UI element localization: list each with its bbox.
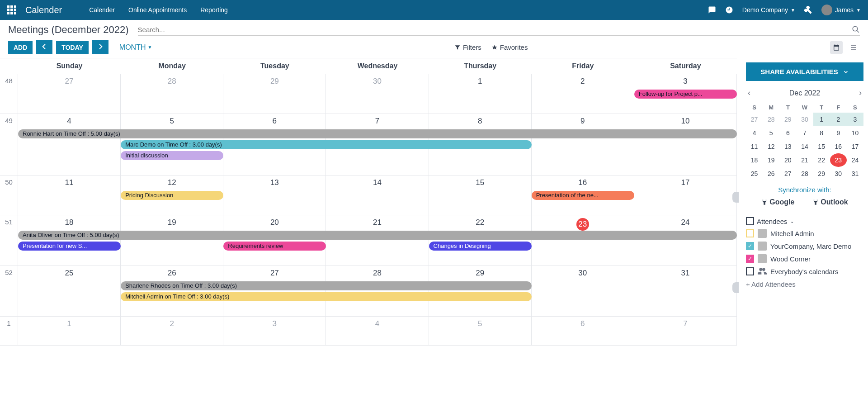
day-cell[interactable]: 9 [532, 114, 634, 175]
company-selector[interactable]: Demo Company ▼ [742, 6, 795, 14]
event-pill[interactable]: Presentation of the ne... [532, 191, 634, 200]
day-cell[interactable]: 10 [634, 114, 737, 175]
event-pill[interactable]: Initial discussion [121, 151, 223, 160]
mini-day-cell[interactable]: 7 [796, 126, 813, 140]
day-cell[interactable]: 27 [223, 266, 326, 316]
mini-day-cell[interactable]: 27 [779, 167, 796, 180]
day-cell[interactable]: 4 [326, 317, 429, 345]
event-pill[interactable]: Follow-up for Project p... [634, 90, 737, 99]
attendee-item[interactable]: ✓YourCompany, Marc Demo [746, 242, 863, 251]
mini-next-button[interactable]: › [859, 88, 862, 98]
event-pill[interactable]: Sharlene Rhodes on Time Off : 3.00 day(s… [121, 281, 532, 290]
day-cell[interactable]: 4 [18, 114, 121, 175]
event-pill[interactable]: Requirements review [223, 242, 326, 251]
favorites-button[interactable]: Favorites [491, 43, 528, 51]
apps-icon[interactable] [7, 5, 16, 14]
day-cell[interactable]: 29 [223, 74, 326, 114]
event-pill[interactable]: Ronnie Hart on Time Off : 5.00 day(s) [18, 129, 737, 138]
mini-day-cell[interactable]: 20 [779, 153, 796, 167]
day-cell[interactable]: 18 [18, 215, 121, 266]
mini-day-cell[interactable]: 23 [830, 153, 847, 167]
messages-icon[interactable] [708, 6, 716, 14]
calendar-view-button[interactable] [830, 41, 843, 54]
day-cell[interactable]: 11 [18, 175, 121, 215]
day-cell[interactable]: 26 [121, 266, 223, 316]
mini-day-cell[interactable]: 10 [847, 126, 863, 140]
day-cell[interactable]: 25 [18, 266, 121, 316]
mini-day-cell[interactable]: 16 [830, 140, 847, 153]
event-pill[interactable]: Marc Demo on Time Off : 3.00 day(s) [121, 140, 532, 149]
day-cell[interactable]: 14 [326, 175, 429, 215]
day-cell[interactable]: 20 [223, 215, 326, 266]
overflow-marker[interactable] [732, 282, 739, 293]
day-cell[interactable]: 24 [634, 215, 737, 266]
nav-link-online-appointments[interactable]: Online Appointments [128, 6, 187, 14]
search-input[interactable] [138, 25, 852, 33]
attendee-item[interactable]: Mitchell Admin [746, 229, 863, 238]
day-cell[interactable]: 22 [429, 215, 532, 266]
mini-day-cell[interactable]: 15 [813, 140, 830, 153]
mini-day-cell[interactable]: 9 [830, 126, 847, 140]
mini-day-cell[interactable]: 14 [796, 140, 813, 153]
sync-outlook-button[interactable]: Outlook [812, 198, 848, 206]
add-attendees-button[interactable]: + Add Attendees [746, 280, 863, 288]
day-cell[interactable]: 29 [429, 266, 532, 316]
day-cell[interactable]: 2 [121, 317, 223, 345]
mini-day-cell[interactable]: 2 [830, 113, 847, 126]
day-cell[interactable]: 30 [326, 74, 429, 114]
attendee-item[interactable]: Everybody's calendars [746, 267, 863, 276]
share-availabilities-button[interactable]: SHARE AVAILABILITIES [746, 62, 863, 81]
attendee-item[interactable]: ✓Wood Corner [746, 254, 863, 263]
mini-day-cell[interactable]: 29 [813, 167, 830, 180]
add-button[interactable]: ADD [8, 41, 33, 54]
day-cell[interactable]: 27 [18, 74, 121, 114]
filters-button[interactable]: Filters [454, 43, 481, 51]
today-button[interactable]: TODAY [56, 41, 88, 54]
day-cell[interactable]: 31 [634, 266, 737, 316]
overflow-marker[interactable] [732, 192, 739, 203]
day-cell[interactable]: 28 [121, 74, 223, 114]
event-pill[interactable]: Changes in Designing [429, 242, 532, 251]
activity-icon[interactable] [725, 6, 733, 14]
day-cell[interactable]: 19 [121, 215, 223, 266]
mini-day-cell[interactable]: 24 [847, 153, 863, 167]
mini-day-cell[interactable]: 29 [779, 113, 796, 126]
day-cell[interactable]: 5 [429, 317, 532, 345]
user-menu[interactable]: James ▼ [821, 5, 861, 15]
attendees-toggle[interactable]: Attendees ⌄ [746, 217, 863, 225]
event-pill[interactable]: Pricing Discussion [121, 191, 223, 200]
mini-day-cell[interactable]: 6 [779, 126, 796, 140]
day-cell[interactable]: 28 [326, 266, 429, 316]
day-cell[interactable]: 15 [429, 175, 532, 215]
day-cell[interactable]: 30 [532, 266, 634, 316]
day-cell[interactable]: 21 [326, 215, 429, 266]
mini-day-cell[interactable]: 3 [847, 113, 863, 126]
mini-day-cell[interactable]: 13 [779, 140, 796, 153]
search-icon[interactable] [852, 25, 860, 33]
mini-day-cell[interactable]: 4 [746, 126, 763, 140]
mini-day-cell[interactable]: 30 [830, 167, 847, 180]
app-title[interactable]: Calender [25, 5, 62, 15]
day-cell[interactable]: 13 [223, 175, 326, 215]
mini-day-cell[interactable]: 30 [796, 113, 813, 126]
prev-button[interactable] [36, 40, 52, 54]
event-pill[interactable]: Mitchell Admin on Time Off : 3.00 day(s) [121, 292, 532, 301]
mini-day-cell[interactable]: 11 [746, 140, 763, 153]
mini-day-cell[interactable]: 28 [796, 167, 813, 180]
mini-day-cell[interactable]: 26 [763, 167, 779, 180]
mini-day-cell[interactable]: 21 [796, 153, 813, 167]
mini-day-cell[interactable]: 18 [746, 153, 763, 167]
day-cell[interactable]: 7 [634, 317, 737, 345]
view-selector[interactable]: MONTH ▼ [119, 43, 152, 52]
nav-link-reporting[interactable]: Reporting [200, 6, 228, 14]
sync-google-button[interactable]: Google [761, 198, 794, 206]
nav-link-calender[interactable]: Calender [89, 6, 115, 14]
day-cell[interactable]: 23 [532, 215, 634, 266]
event-pill[interactable]: Presentation for new S... [18, 242, 121, 251]
event-pill[interactable]: Anita Oliver on Time Off : 5.00 day(s) [18, 231, 737, 240]
mini-day-cell[interactable]: 12 [763, 140, 779, 153]
list-view-button[interactable] [847, 41, 860, 54]
mini-day-cell[interactable]: 27 [746, 113, 763, 126]
mini-day-cell[interactable]: 28 [763, 113, 779, 126]
mini-day-cell[interactable]: 1 [813, 113, 830, 126]
